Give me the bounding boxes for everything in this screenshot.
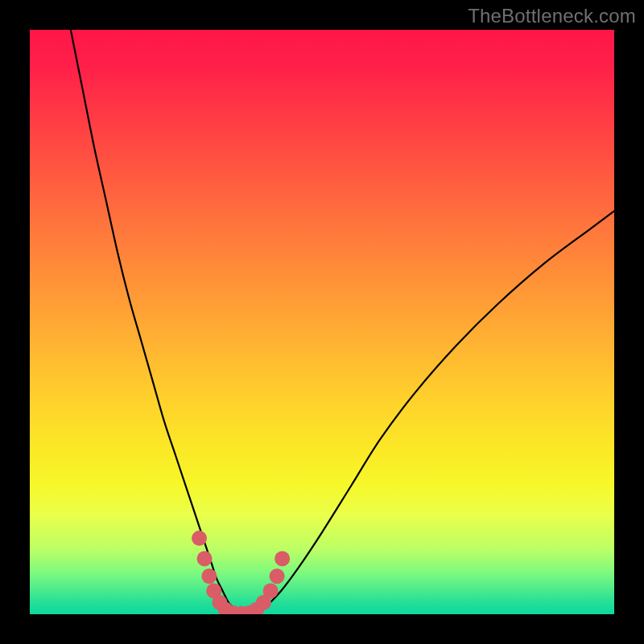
curve-marker [197,551,213,567]
plot-area [30,30,614,614]
curve-marker [192,530,207,546]
watermark-text: TheBottleneck.com [468,5,636,27]
curve-marker [270,568,285,584]
chart-frame: TheBottleneck.com [0,0,644,644]
curve-markers [192,530,290,614]
curve-layer [30,30,614,614]
curve-marker [201,568,217,584]
curve-marker [275,551,290,567]
bottleneck-curve [71,30,614,614]
curve-marker [263,583,279,598]
